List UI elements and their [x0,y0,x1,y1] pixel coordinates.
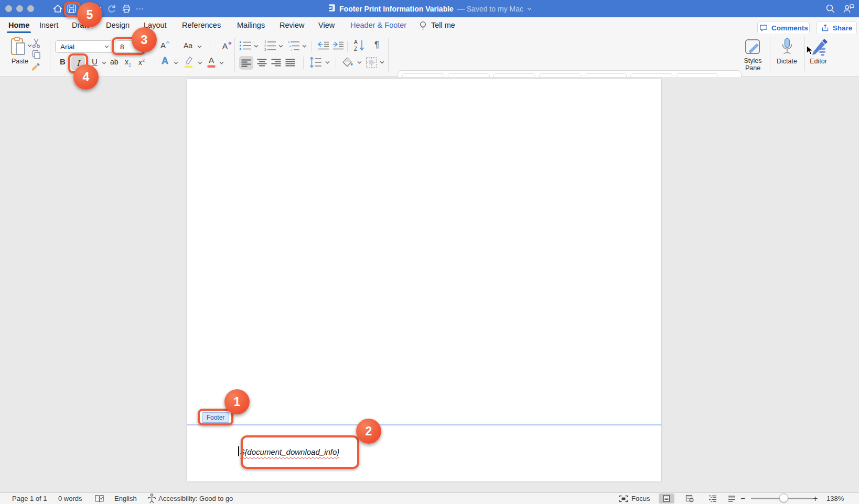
bold-button[interactable]: B [60,57,66,66]
cut-icon[interactable] [31,38,41,48]
dictate-microphone-icon[interactable] [781,38,793,57]
borders-chevron-icon[interactable] [380,61,384,64]
tab-design[interactable]: Design [106,17,130,34]
increase-indent-icon[interactable] [331,41,344,50]
sort-z: Z [354,46,357,52]
small-divider [336,57,336,69]
focus-button[interactable]: Focus [631,493,650,504]
numbering-chevron-icon[interactable] [278,45,283,48]
document-page[interactable]: Footer ${document_download_info} [187,79,661,481]
tab-tell-me[interactable]: Tell me [431,17,455,34]
callout-circle-5: 5 [77,2,102,27]
underline-chevron-icon[interactable] [102,61,106,64]
line-spacing-chevron-icon[interactable] [325,61,330,64]
language-indicator[interactable]: English [114,493,137,504]
svg-text:W: W [329,6,332,9]
outline-view-button[interactable] [705,494,721,503]
window-title: W Footer Print Information Variable — Sa… [0,0,859,17]
search-icon[interactable] [825,4,835,14]
borders-icon[interactable] [366,57,377,68]
sort-a: A [354,39,358,45]
justify-button[interactable] [285,59,295,67]
svg-text:1: 1 [264,40,266,43]
tab-mailings[interactable]: Mailings [237,17,265,34]
titlebar: … W Footer Print Information Variable — … [0,0,859,17]
decrease-indent-icon[interactable] [317,41,329,50]
highlight-chevron-icon[interactable] [198,61,202,64]
superscript-button[interactable]: x2 [138,58,145,67]
group-divider [804,37,805,71]
align-left-button[interactable] [239,56,253,70]
callout-circle-3: 3 [132,27,157,52]
zoom-out-button[interactable]: − [740,493,745,504]
page-count[interactable]: Page 1 of 1 [12,493,47,504]
svg-text:A: A [209,56,214,64]
proofing-book-icon[interactable] [94,493,104,504]
line-spacing-icon[interactable] [309,57,322,68]
align-right-button[interactable] [271,59,281,67]
svg-text:2: 2 [264,44,266,48]
tab-view[interactable]: View [318,17,335,34]
accessibility-status[interactable]: Accessibility: Good to go [158,493,233,504]
small-divider [347,41,348,52]
numbering-icon[interactable]: 123 [264,40,276,51]
small-divider [210,41,210,52]
small-divider [177,41,177,52]
tab-references[interactable]: References [182,17,221,34]
bullets-icon[interactable] [239,40,252,51]
print-layout-view-button[interactable] [659,494,674,503]
people-presence-icon[interactable] [842,4,855,14]
font-color-button[interactable]: A [207,56,216,68]
text-effects-button[interactable]: A [162,56,168,67]
zoom-in-button[interactable]: + [813,493,818,504]
zoom-percentage[interactable]: 138% [826,493,844,504]
grow-font-button[interactable]: A [160,41,170,50]
dictate-label: Dictate [772,58,801,65]
tab-header-footer[interactable]: Header & Footer [350,17,406,34]
title-chevron-icon[interactable] [527,7,532,10]
tab-review[interactable]: Review [280,17,305,34]
svg-text:a: a [289,45,292,48]
save-status[interactable]: — Saved to my Mac [457,5,523,13]
multilevel-list-icon[interactable]: 1ai [287,40,300,51]
paste-label: Paste [7,58,33,65]
clipboard-icon [10,37,26,56]
web-layout-view-button[interactable] [682,494,697,503]
document-workspace: Footer ${document_download_info} [0,77,859,492]
sort-icon[interactable]: AZ AZ [353,39,365,52]
align-center-button[interactable] [257,59,267,67]
active-tab-underline [7,31,31,34]
format-painter-icon[interactable] [31,61,41,71]
zoom-slider-knob[interactable] [779,494,788,502]
strikethrough-button[interactable]: ab [110,58,119,66]
comments-button[interactable]: Comments [757,21,810,35]
shading-chevron-icon[interactable] [357,61,362,64]
clear-formatting-button[interactable]: A [222,41,232,50]
paste-button[interactable] [10,37,26,56]
font-name-value: Arial [60,43,104,51]
copy-icon[interactable] [32,50,41,60]
callout-circle-2: 2 [356,419,381,444]
callout-box-footer-variable [241,435,359,469]
share-icon [821,24,830,32]
bullets-chevron-icon[interactable] [254,45,259,48]
accessibility-icon [147,493,156,504]
change-case-button[interactable]: Aa [184,41,202,50]
share-button[interactable]: Share [816,21,857,35]
subscript-button[interactable]: x2 [125,58,131,68]
shading-icon[interactable] [342,57,355,68]
pilcrow-button[interactable]: ¶ [374,40,379,50]
font-name-combobox[interactable]: Arial [55,40,113,53]
group-divider [50,38,50,72]
tab-insert[interactable]: Insert [39,17,58,34]
word-count[interactable]: 0 words [58,493,82,504]
font-color-chevron-icon[interactable] [219,61,224,64]
draft-view-button[interactable] [724,494,739,503]
small-divider [303,57,304,69]
underline-button[interactable]: U [92,57,98,66]
editor-label: Editor [804,58,833,65]
styles-pane-icon[interactable] [744,38,761,56]
highlight-color-icon[interactable] [182,56,194,68]
text-effects-chevron-icon[interactable] [174,61,178,64]
multilevel-chevron-icon[interactable] [302,45,307,48]
